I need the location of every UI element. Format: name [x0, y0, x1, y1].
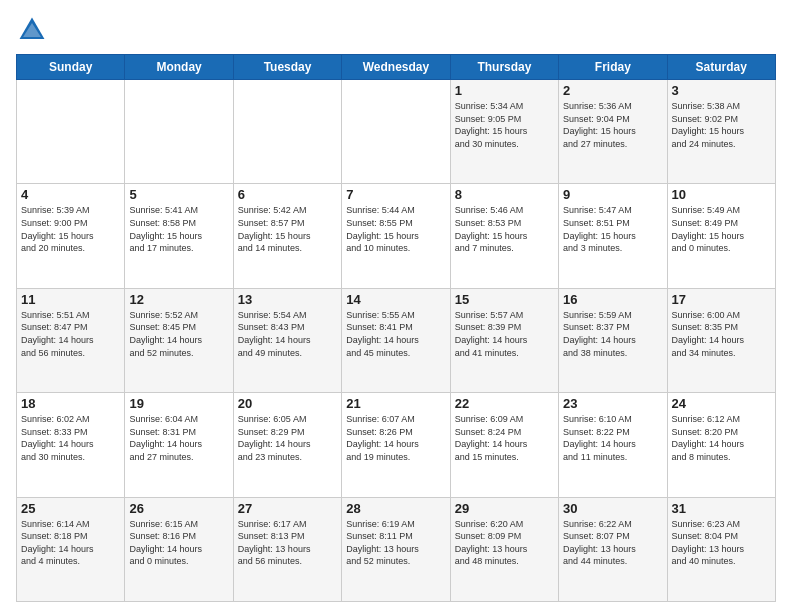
day-info: Sunrise: 5:59 AM Sunset: 8:37 PM Dayligh… [563, 309, 662, 359]
day-cell [125, 80, 233, 184]
day-info: Sunrise: 5:36 AM Sunset: 9:04 PM Dayligh… [563, 100, 662, 150]
header [16, 14, 776, 46]
day-info: Sunrise: 6:20 AM Sunset: 8:09 PM Dayligh… [455, 518, 554, 568]
day-cell: 6Sunrise: 5:42 AM Sunset: 8:57 PM Daylig… [233, 184, 341, 288]
day-cell: 30Sunrise: 6:22 AM Sunset: 8:07 PM Dayli… [559, 497, 667, 601]
day-number: 3 [672, 83, 771, 98]
day-cell: 18Sunrise: 6:02 AM Sunset: 8:33 PM Dayli… [17, 393, 125, 497]
day-info: Sunrise: 6:17 AM Sunset: 8:13 PM Dayligh… [238, 518, 337, 568]
day-number: 1 [455, 83, 554, 98]
day-cell: 5Sunrise: 5:41 AM Sunset: 8:58 PM Daylig… [125, 184, 233, 288]
day-number: 25 [21, 501, 120, 516]
day-info: Sunrise: 5:47 AM Sunset: 8:51 PM Dayligh… [563, 204, 662, 254]
day-number: 24 [672, 396, 771, 411]
day-number: 31 [672, 501, 771, 516]
day-info: Sunrise: 5:52 AM Sunset: 8:45 PM Dayligh… [129, 309, 228, 359]
week-row-2: 4Sunrise: 5:39 AM Sunset: 9:00 PM Daylig… [17, 184, 776, 288]
day-number: 4 [21, 187, 120, 202]
day-header-friday: Friday [559, 55, 667, 80]
day-cell: 15Sunrise: 5:57 AM Sunset: 8:39 PM Dayli… [450, 288, 558, 392]
day-number: 23 [563, 396, 662, 411]
day-info: Sunrise: 5:34 AM Sunset: 9:05 PM Dayligh… [455, 100, 554, 150]
week-row-4: 18Sunrise: 6:02 AM Sunset: 8:33 PM Dayli… [17, 393, 776, 497]
day-info: Sunrise: 6:12 AM Sunset: 8:20 PM Dayligh… [672, 413, 771, 463]
day-info: Sunrise: 6:07 AM Sunset: 8:26 PM Dayligh… [346, 413, 445, 463]
page: SundayMondayTuesdayWednesdayThursdayFrid… [0, 0, 792, 612]
day-info: Sunrise: 6:19 AM Sunset: 8:11 PM Dayligh… [346, 518, 445, 568]
day-info: Sunrise: 5:38 AM Sunset: 9:02 PM Dayligh… [672, 100, 771, 150]
day-info: Sunrise: 5:57 AM Sunset: 8:39 PM Dayligh… [455, 309, 554, 359]
day-number: 10 [672, 187, 771, 202]
day-cell: 27Sunrise: 6:17 AM Sunset: 8:13 PM Dayli… [233, 497, 341, 601]
day-number: 18 [21, 396, 120, 411]
day-cell [342, 80, 450, 184]
day-number: 20 [238, 396, 337, 411]
day-cell [17, 80, 125, 184]
day-info: Sunrise: 6:22 AM Sunset: 8:07 PM Dayligh… [563, 518, 662, 568]
day-cell: 20Sunrise: 6:05 AM Sunset: 8:29 PM Dayli… [233, 393, 341, 497]
day-cell: 31Sunrise: 6:23 AM Sunset: 8:04 PM Dayli… [667, 497, 775, 601]
day-header-monday: Monday [125, 55, 233, 80]
day-info: Sunrise: 5:44 AM Sunset: 8:55 PM Dayligh… [346, 204, 445, 254]
day-number: 8 [455, 187, 554, 202]
day-cell: 7Sunrise: 5:44 AM Sunset: 8:55 PM Daylig… [342, 184, 450, 288]
day-number: 14 [346, 292, 445, 307]
day-cell: 10Sunrise: 5:49 AM Sunset: 8:49 PM Dayli… [667, 184, 775, 288]
day-number: 16 [563, 292, 662, 307]
day-info: Sunrise: 6:00 AM Sunset: 8:35 PM Dayligh… [672, 309, 771, 359]
day-info: Sunrise: 6:02 AM Sunset: 8:33 PM Dayligh… [21, 413, 120, 463]
day-info: Sunrise: 5:49 AM Sunset: 8:49 PM Dayligh… [672, 204, 771, 254]
day-cell: 4Sunrise: 5:39 AM Sunset: 9:00 PM Daylig… [17, 184, 125, 288]
week-row-3: 11Sunrise: 5:51 AM Sunset: 8:47 PM Dayli… [17, 288, 776, 392]
day-cell: 22Sunrise: 6:09 AM Sunset: 8:24 PM Dayli… [450, 393, 558, 497]
header-row: SundayMondayTuesdayWednesdayThursdayFrid… [17, 55, 776, 80]
day-number: 6 [238, 187, 337, 202]
day-header-thursday: Thursday [450, 55, 558, 80]
day-cell: 12Sunrise: 5:52 AM Sunset: 8:45 PM Dayli… [125, 288, 233, 392]
calendar-table: SundayMondayTuesdayWednesdayThursdayFrid… [16, 54, 776, 602]
day-number: 30 [563, 501, 662, 516]
day-cell: 9Sunrise: 5:47 AM Sunset: 8:51 PM Daylig… [559, 184, 667, 288]
day-cell: 29Sunrise: 6:20 AM Sunset: 8:09 PM Dayli… [450, 497, 558, 601]
day-number: 19 [129, 396, 228, 411]
day-cell: 28Sunrise: 6:19 AM Sunset: 8:11 PM Dayli… [342, 497, 450, 601]
day-number: 7 [346, 187, 445, 202]
day-number: 29 [455, 501, 554, 516]
day-info: Sunrise: 5:41 AM Sunset: 8:58 PM Dayligh… [129, 204, 228, 254]
day-number: 15 [455, 292, 554, 307]
day-info: Sunrise: 5:55 AM Sunset: 8:41 PM Dayligh… [346, 309, 445, 359]
day-number: 11 [21, 292, 120, 307]
day-number: 13 [238, 292, 337, 307]
day-header-wednesday: Wednesday [342, 55, 450, 80]
day-cell: 17Sunrise: 6:00 AM Sunset: 8:35 PM Dayli… [667, 288, 775, 392]
day-number: 2 [563, 83, 662, 98]
day-cell: 24Sunrise: 6:12 AM Sunset: 8:20 PM Dayli… [667, 393, 775, 497]
day-number: 22 [455, 396, 554, 411]
day-number: 21 [346, 396, 445, 411]
day-header-saturday: Saturday [667, 55, 775, 80]
day-info: Sunrise: 5:46 AM Sunset: 8:53 PM Dayligh… [455, 204, 554, 254]
day-number: 28 [346, 501, 445, 516]
day-info: Sunrise: 6:05 AM Sunset: 8:29 PM Dayligh… [238, 413, 337, 463]
day-cell: 25Sunrise: 6:14 AM Sunset: 8:18 PM Dayli… [17, 497, 125, 601]
day-info: Sunrise: 6:10 AM Sunset: 8:22 PM Dayligh… [563, 413, 662, 463]
day-header-tuesday: Tuesday [233, 55, 341, 80]
day-info: Sunrise: 6:23 AM Sunset: 8:04 PM Dayligh… [672, 518, 771, 568]
day-cell [233, 80, 341, 184]
day-cell: 23Sunrise: 6:10 AM Sunset: 8:22 PM Dayli… [559, 393, 667, 497]
day-cell: 3Sunrise: 5:38 AM Sunset: 9:02 PM Daylig… [667, 80, 775, 184]
day-cell: 2Sunrise: 5:36 AM Sunset: 9:04 PM Daylig… [559, 80, 667, 184]
week-row-1: 1Sunrise: 5:34 AM Sunset: 9:05 PM Daylig… [17, 80, 776, 184]
day-cell: 11Sunrise: 5:51 AM Sunset: 8:47 PM Dayli… [17, 288, 125, 392]
day-info: Sunrise: 6:04 AM Sunset: 8:31 PM Dayligh… [129, 413, 228, 463]
day-header-sunday: Sunday [17, 55, 125, 80]
day-cell: 21Sunrise: 6:07 AM Sunset: 8:26 PM Dayli… [342, 393, 450, 497]
logo-icon [16, 14, 48, 46]
day-number: 27 [238, 501, 337, 516]
day-number: 26 [129, 501, 228, 516]
day-cell: 26Sunrise: 6:15 AM Sunset: 8:16 PM Dayli… [125, 497, 233, 601]
day-info: Sunrise: 5:54 AM Sunset: 8:43 PM Dayligh… [238, 309, 337, 359]
day-cell: 16Sunrise: 5:59 AM Sunset: 8:37 PM Dayli… [559, 288, 667, 392]
day-number: 12 [129, 292, 228, 307]
day-number: 9 [563, 187, 662, 202]
